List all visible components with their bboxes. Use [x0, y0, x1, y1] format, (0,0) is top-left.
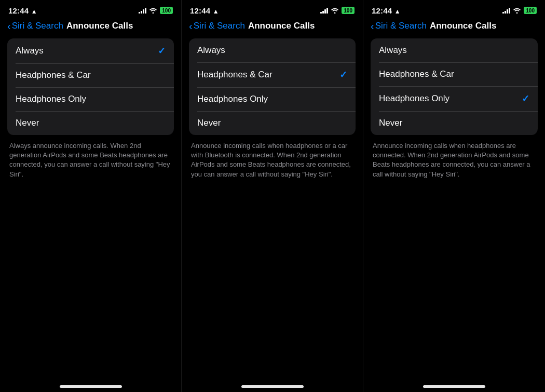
- content-area: Always Headphones & Car ✓ Headphones Onl…: [182, 35, 363, 392]
- settings-item-label-0: Always: [16, 46, 44, 56]
- nav-back-button[interactable]: ‹ Siri & Search: [189, 21, 245, 31]
- nav-bar: ‹ Siri & Search Announce Calls: [182, 19, 363, 35]
- nav-back-button[interactable]: ‹ Siri & Search: [371, 21, 427, 31]
- back-arrow-icon: ‹: [371, 21, 374, 31]
- nav-bar: ‹ Siri & Search Announce Calls: [363, 19, 545, 35]
- home-indicator: [241, 385, 304, 388]
- settings-item-2[interactable]: Headphones Only ✓: [371, 86, 538, 111]
- settings-item-label-2: Headphones Only: [379, 93, 449, 104]
- nav-back-label: Siri & Search: [12, 21, 63, 31]
- content-area: Always ✓ Headphones & Car Headphones Onl…: [0, 35, 181, 392]
- location-icon: ▲: [213, 8, 219, 15]
- nav-title: Announce Calls: [248, 21, 315, 31]
- signal-icon: [502, 7, 510, 13]
- settings-item-label-1: Headphones & Car: [16, 70, 91, 80]
- battery-indicator: 100: [342, 7, 355, 14]
- description-text: Announce incoming calls when headphones …: [371, 140, 538, 179]
- wifi-icon: [513, 7, 521, 13]
- settings-item-label-3: Never: [379, 118, 402, 128]
- settings-item-1[interactable]: Headphones & Car: [371, 62, 538, 86]
- nav-title: Announce Calls: [66, 21, 133, 31]
- signal-icon: [139, 7, 146, 13]
- checkmark-icon: ✓: [158, 45, 166, 57]
- settings-item-0[interactable]: Always: [371, 38, 538, 62]
- battery-indicator: 100: [160, 7, 173, 14]
- settings-item-label-2: Headphones Only: [197, 94, 268, 104]
- description-text: Announce incoming calls when headphones …: [189, 140, 356, 179]
- settings-item-1[interactable]: Headphones & Car: [7, 63, 174, 87]
- status-bar: 12:44 ▲ 100: [363, 0, 545, 19]
- nav-back-button[interactable]: ‹ Siri & Search: [7, 21, 63, 31]
- checkmark-icon: ✓: [339, 69, 347, 80]
- settings-item-label-3: Never: [16, 118, 39, 128]
- settings-item-label-1: Headphones & Car: [197, 70, 272, 80]
- location-icon: ▲: [394, 8, 401, 15]
- settings-item-label-2: Headphones Only: [16, 94, 86, 104]
- nav-back-label: Siri & Search: [375, 21, 427, 31]
- status-time: 12:44 ▲: [372, 6, 401, 15]
- content-area: Always Headphones & Car Headphones Only …: [363, 35, 545, 392]
- checkmark-icon: ✓: [522, 93, 529, 104]
- wifi-icon: [149, 7, 157, 13]
- location-icon: ▲: [31, 8, 37, 15]
- settings-item-2[interactable]: Headphones Only: [189, 87, 356, 111]
- settings-item-0[interactable]: Always: [189, 38, 356, 62]
- home-indicator: [60, 385, 122, 388]
- back-arrow-icon: ‹: [189, 21, 193, 31]
- signal-icon: [320, 7, 328, 13]
- phone-panel-2: 12:44 ▲ 100 ‹ Siri & Search Announce Cal…: [182, 0, 363, 392]
- status-icons: 100: [320, 7, 355, 14]
- status-icons: 100: [502, 7, 537, 14]
- description-text: Always announce incoming calls. When 2nd…: [7, 140, 174, 179]
- settings-list: Always Headphones & Car ✓ Headphones Onl…: [189, 38, 356, 135]
- status-time: 12:44 ▲: [190, 6, 219, 15]
- status-bar: 12:44 ▲ 100: [182, 0, 363, 19]
- wifi-icon: [331, 7, 339, 13]
- settings-item-2[interactable]: Headphones Only: [7, 87, 174, 111]
- battery-indicator: 100: [524, 7, 537, 14]
- settings-item-3[interactable]: Never: [371, 111, 538, 135]
- settings-item-label-1: Headphones & Car: [379, 69, 454, 79]
- nav-title: Announce Calls: [430, 21, 496, 31]
- settings-item-label-3: Never: [197, 118, 221, 128]
- phone-panel-3: 12:44 ▲ 100 ‹ Siri & Search Announce Cal…: [363, 0, 545, 392]
- home-indicator: [423, 385, 485, 388]
- status-icons: 100: [139, 7, 173, 14]
- status-time: 12:44 ▲: [8, 6, 37, 15]
- settings-item-3[interactable]: Never: [189, 111, 356, 135]
- nav-bar: ‹ Siri & Search Announce Calls: [0, 19, 181, 35]
- nav-back-label: Siri & Search: [194, 21, 245, 31]
- phone-panel-1: 12:44 ▲ 100 ‹ Siri & Search Announce Cal…: [0, 0, 182, 392]
- settings-list: Always Headphones & Car Headphones Only …: [371, 38, 538, 135]
- settings-item-label-0: Always: [379, 45, 407, 56]
- settings-item-label-0: Always: [197, 45, 225, 56]
- back-arrow-icon: ‹: [7, 21, 11, 31]
- settings-item-1[interactable]: Headphones & Car ✓: [189, 62, 356, 87]
- settings-item-3[interactable]: Never: [7, 111, 174, 135]
- settings-list: Always ✓ Headphones & Car Headphones Onl…: [7, 38, 174, 135]
- settings-item-0[interactable]: Always ✓: [7, 38, 174, 63]
- status-bar: 12:44 ▲ 100: [0, 0, 181, 19]
